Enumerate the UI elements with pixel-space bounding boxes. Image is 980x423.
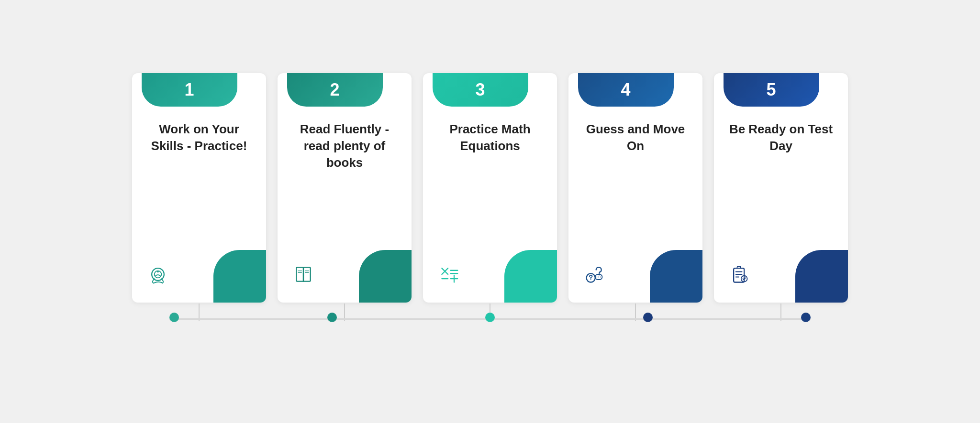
- card-corner-4: [650, 250, 702, 303]
- card-icon-1: [147, 264, 168, 289]
- card-5: 5Be Ready on Test Day: [714, 73, 848, 303]
- card-icon-5: [729, 264, 750, 289]
- card-number-4: 4: [621, 80, 631, 100]
- timeline-dots: [169, 316, 811, 322]
- svg-point-11: [590, 279, 591, 280]
- card-wrapper-1: 1Work on Your Skills - Practice!: [132, 73, 266, 303]
- card-badge-4: 4: [578, 73, 674, 107]
- card-title-2: Read Fluently - read plenty of books: [291, 121, 398, 171]
- card-wrapper-4: 4Guess and Move On: [568, 73, 702, 303]
- card-1: 1Work on Your Skills - Practice!: [132, 73, 266, 303]
- card-title-5: Be Ready on Test Day: [727, 121, 835, 154]
- card-title-1: Work on Your Skills - Practice!: [145, 121, 253, 154]
- card-badge-3: 3: [433, 73, 528, 107]
- card-wrapper-3: 3Practice Math Equations: [423, 73, 557, 303]
- card-title-4: Guess and Move On: [582, 121, 689, 154]
- card-title-3: Practice Math Equations: [436, 121, 544, 154]
- card-number-1: 1: [184, 80, 194, 100]
- card-badge-2: 2: [287, 73, 383, 107]
- svg-point-2: [157, 271, 159, 272]
- svg-point-16: [600, 276, 601, 277]
- card-corner-3: [504, 250, 557, 303]
- card-4: 4Guess and Move On: [568, 73, 702, 303]
- card-icon-4: [584, 264, 605, 289]
- card-badge-1: 1: [142, 73, 237, 107]
- card-icon-2: [293, 264, 314, 289]
- card-3: 3Practice Math Equations: [423, 73, 557, 303]
- card-badge-5: 5: [724, 73, 819, 107]
- svg-rect-17: [734, 268, 744, 282]
- card-2: 2Read Fluently - read plenty of books: [278, 73, 412, 303]
- card-number-2: 2: [330, 80, 340, 100]
- timeline-row: [88, 307, 892, 331]
- card-number-3: 3: [475, 80, 485, 100]
- timeline-dot-3: [485, 313, 495, 322]
- timeline-dot-1: [169, 313, 179, 322]
- card-corner-5: [795, 250, 848, 303]
- card-corner-2: [359, 250, 412, 303]
- card-number-5: 5: [766, 80, 776, 100]
- infographic-container: 1Work on Your Skills - Practice! 2Read F…: [59, 54, 921, 369]
- timeline-dot-5: [801, 313, 811, 322]
- cards-row: 1Work on Your Skills - Practice! 2Read F…: [88, 73, 892, 303]
- card-corner-1: [213, 250, 266, 303]
- card-wrapper-5: 5Be Ready on Test Day: [714, 73, 848, 303]
- timeline-dot-4: [643, 313, 653, 322]
- svg-point-14: [597, 276, 598, 277]
- timeline-dot-2: [327, 313, 337, 322]
- card-icon-3: [438, 264, 459, 289]
- svg-point-15: [598, 276, 599, 277]
- card-wrapper-2: 2Read Fluently - read plenty of books: [278, 73, 412, 303]
